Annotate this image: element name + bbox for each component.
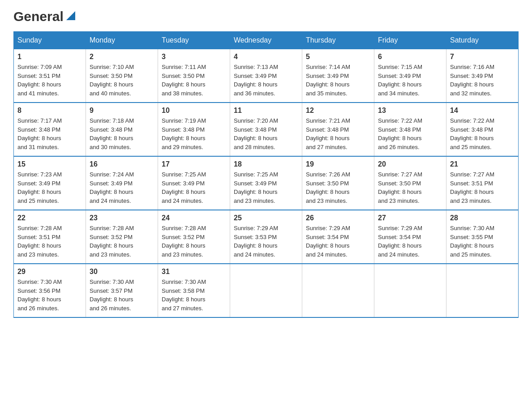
- calendar-cell: 17 Sunrise: 7:25 AM Sunset: 3:49 PM Dayl…: [158, 156, 230, 210]
- day-number: 18: [234, 160, 298, 168]
- calendar-cell: [230, 264, 302, 317]
- day-info: Sunrise: 7:13 AM Sunset: 3:49 PM Dayligh…: [234, 63, 298, 98]
- day-info: Sunrise: 7:29 AM Sunset: 3:54 PM Dayligh…: [306, 224, 370, 259]
- day-info: Sunrise: 7:17 AM Sunset: 3:48 PM Dayligh…: [17, 116, 82, 151]
- calendar-cell: 28 Sunrise: 7:30 AM Sunset: 3:55 PM Dayl…: [446, 210, 519, 264]
- day-number: 16: [90, 160, 154, 168]
- day-number: 14: [450, 107, 515, 115]
- day-number: 13: [378, 107, 442, 115]
- day-info: Sunrise: 7:30 AM Sunset: 3:57 PM Dayligh…: [90, 278, 154, 313]
- calendar-cell: 30 Sunrise: 7:30 AM Sunset: 3:57 PM Dayl…: [86, 264, 158, 317]
- day-number: 26: [306, 214, 370, 222]
- day-number: 19: [306, 160, 370, 168]
- calendar-cell: 19 Sunrise: 7:26 AM Sunset: 3:50 PM Dayl…: [302, 156, 374, 210]
- day-info: Sunrise: 7:26 AM Sunset: 3:50 PM Dayligh…: [306, 170, 370, 205]
- calendar-cell: 10 Sunrise: 7:19 AM Sunset: 3:48 PM Dayl…: [158, 103, 230, 156]
- weekday-header-monday: Monday: [86, 32, 158, 49]
- day-info: Sunrise: 7:18 AM Sunset: 3:48 PM Dayligh…: [90, 116, 154, 151]
- day-number: 20: [378, 160, 442, 168]
- svg-marker-0: [66, 11, 75, 20]
- weekday-header-tuesday: Tuesday: [158, 32, 230, 49]
- day-info: Sunrise: 7:22 AM Sunset: 3:48 PM Dayligh…: [378, 116, 442, 151]
- day-number: 8: [17, 107, 82, 115]
- calendar-cell: 29 Sunrise: 7:30 AM Sunset: 3:56 PM Dayl…: [14, 264, 86, 317]
- calendar-cell: 5 Sunrise: 7:14 AM Sunset: 3:49 PM Dayli…: [302, 49, 374, 103]
- calendar-cell: 24 Sunrise: 7:28 AM Sunset: 3:52 PM Dayl…: [158, 210, 230, 264]
- day-number: 3: [162, 53, 226, 61]
- calendar-cell: 8 Sunrise: 7:17 AM Sunset: 3:48 PM Dayli…: [14, 103, 86, 156]
- calendar-cell: 23 Sunrise: 7:28 AM Sunset: 3:52 PM Dayl…: [86, 210, 158, 264]
- day-info: Sunrise: 7:19 AM Sunset: 3:48 PM Dayligh…: [162, 116, 226, 151]
- day-info: Sunrise: 7:30 AM Sunset: 3:58 PM Dayligh…: [162, 278, 226, 313]
- day-info: Sunrise: 7:29 AM Sunset: 3:54 PM Dayligh…: [378, 224, 442, 259]
- day-info: Sunrise: 7:30 AM Sunset: 3:56 PM Dayligh…: [17, 278, 82, 313]
- calendar-cell: 3 Sunrise: 7:11 AM Sunset: 3:50 PM Dayli…: [158, 49, 230, 103]
- day-number: 1: [17, 53, 82, 61]
- day-number: 17: [162, 160, 226, 168]
- calendar-week-row: 29 Sunrise: 7:30 AM Sunset: 3:56 PM Dayl…: [14, 264, 519, 317]
- day-info: Sunrise: 7:15 AM Sunset: 3:49 PM Dayligh…: [378, 63, 442, 98]
- calendar-cell: 16 Sunrise: 7:24 AM Sunset: 3:49 PM Dayl…: [86, 156, 158, 210]
- day-info: Sunrise: 7:23 AM Sunset: 3:49 PM Dayligh…: [17, 170, 82, 205]
- calendar-cell: 22 Sunrise: 7:28 AM Sunset: 3:51 PM Dayl…: [14, 210, 86, 264]
- calendar-cell: 20 Sunrise: 7:27 AM Sunset: 3:50 PM Dayl…: [374, 156, 446, 210]
- day-number: 5: [306, 53, 370, 61]
- calendar-cell: 26 Sunrise: 7:29 AM Sunset: 3:54 PM Dayl…: [302, 210, 374, 264]
- weekday-header-friday: Friday: [374, 32, 446, 49]
- day-info: Sunrise: 7:22 AM Sunset: 3:48 PM Dayligh…: [450, 116, 515, 151]
- day-number: 22: [17, 214, 82, 222]
- logo-name: General: [13, 9, 64, 24]
- calendar-cell: 14 Sunrise: 7:22 AM Sunset: 3:48 PM Dayl…: [446, 103, 519, 156]
- day-number: 2: [90, 53, 154, 61]
- calendar-cell: 9 Sunrise: 7:18 AM Sunset: 3:48 PM Dayli…: [86, 103, 158, 156]
- calendar-cell: 4 Sunrise: 7:13 AM Sunset: 3:49 PM Dayli…: [230, 49, 302, 103]
- calendar-cell: [374, 264, 446, 317]
- day-number: 10: [162, 107, 226, 115]
- day-number: 24: [162, 214, 226, 222]
- calendar-week-row: 15 Sunrise: 7:23 AM Sunset: 3:49 PM Dayl…: [14, 156, 519, 210]
- day-number: 23: [90, 214, 154, 222]
- calendar-cell: 2 Sunrise: 7:10 AM Sunset: 3:50 PM Dayli…: [86, 49, 158, 103]
- day-number: 29: [17, 268, 82, 276]
- day-info: Sunrise: 7:14 AM Sunset: 3:49 PM Dayligh…: [306, 63, 370, 98]
- day-number: 12: [306, 107, 370, 115]
- day-info: Sunrise: 7:29 AM Sunset: 3:53 PM Dayligh…: [234, 224, 298, 259]
- calendar-cell: 31 Sunrise: 7:30 AM Sunset: 3:58 PM Dayl…: [158, 264, 230, 317]
- day-info: Sunrise: 7:28 AM Sunset: 3:52 PM Dayligh…: [90, 224, 154, 259]
- day-info: Sunrise: 7:27 AM Sunset: 3:51 PM Dayligh…: [450, 170, 515, 205]
- calendar-cell: 7 Sunrise: 7:16 AM Sunset: 3:49 PM Dayli…: [446, 49, 519, 103]
- calendar-cell: [446, 264, 519, 317]
- day-number: 11: [234, 107, 298, 115]
- day-number: 4: [234, 53, 298, 61]
- calendar-cell: 6 Sunrise: 7:15 AM Sunset: 3:49 PM Dayli…: [374, 49, 446, 103]
- calendar-cell: 13 Sunrise: 7:22 AM Sunset: 3:48 PM Dayl…: [374, 103, 446, 156]
- calendar-week-row: 22 Sunrise: 7:28 AM Sunset: 3:51 PM Dayl…: [14, 210, 519, 264]
- calendar-cell: [302, 264, 374, 317]
- page-header: General: [13, 9, 519, 22]
- day-number: 9: [90, 107, 154, 115]
- weekday-header-thursday: Thursday: [302, 32, 374, 49]
- weekday-header-saturday: Saturday: [446, 32, 519, 49]
- calendar-week-row: 8 Sunrise: 7:17 AM Sunset: 3:48 PM Dayli…: [14, 103, 519, 156]
- day-number: 6: [378, 53, 442, 61]
- day-info: Sunrise: 7:16 AM Sunset: 3:49 PM Dayligh…: [450, 63, 515, 98]
- day-info: Sunrise: 7:09 AM Sunset: 3:51 PM Dayligh…: [17, 63, 82, 98]
- day-info: Sunrise: 7:11 AM Sunset: 3:50 PM Dayligh…: [162, 63, 226, 98]
- calendar-cell: 25 Sunrise: 7:29 AM Sunset: 3:53 PM Dayl…: [230, 210, 302, 264]
- day-number: 7: [450, 53, 515, 61]
- weekday-header-wednesday: Wednesday: [230, 32, 302, 49]
- calendar-cell: 18 Sunrise: 7:25 AM Sunset: 3:49 PM Dayl…: [230, 156, 302, 210]
- day-info: Sunrise: 7:25 AM Sunset: 3:49 PM Dayligh…: [162, 170, 226, 205]
- day-info: Sunrise: 7:21 AM Sunset: 3:48 PM Dayligh…: [306, 116, 370, 151]
- calendar-cell: 27 Sunrise: 7:29 AM Sunset: 3:54 PM Dayl…: [374, 210, 446, 264]
- calendar-cell: 21 Sunrise: 7:27 AM Sunset: 3:51 PM Dayl…: [446, 156, 519, 210]
- day-number: 25: [234, 214, 298, 222]
- calendar-header-row: SundayMondayTuesdayWednesdayThursdayFrid…: [14, 32, 519, 49]
- calendar-cell: 15 Sunrise: 7:23 AM Sunset: 3:49 PM Dayl…: [14, 156, 86, 210]
- logo: General: [13, 9, 77, 22]
- weekday-header-sunday: Sunday: [14, 32, 86, 49]
- day-number: 31: [162, 268, 226, 276]
- day-info: Sunrise: 7:20 AM Sunset: 3:48 PM Dayligh…: [234, 116, 298, 151]
- day-info: Sunrise: 7:10 AM Sunset: 3:50 PM Dayligh…: [90, 63, 154, 98]
- day-number: 15: [17, 160, 82, 168]
